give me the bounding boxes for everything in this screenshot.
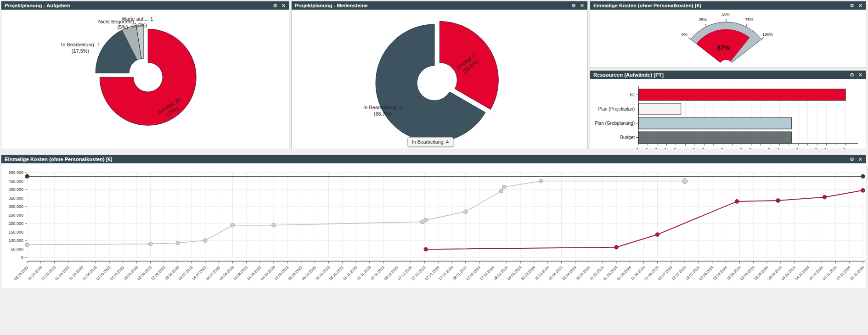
x-tick-label: 25.11.2024 xyxy=(849,265,865,281)
close-icon[interactable]: ✕ xyxy=(580,1,584,10)
data-point-marker[interactable] xyxy=(424,247,428,251)
gear-icon[interactable]: ⚙ xyxy=(850,155,854,163)
data-point-marker[interactable] xyxy=(25,174,29,179)
bar-category-label: Ist xyxy=(630,92,635,97)
data-point-marker[interactable] xyxy=(823,195,827,199)
bar-Budget[interactable] xyxy=(639,132,792,143)
panel-resources-header[interactable]: Ressourcen (Aufwände) [PT] ⚙ ✕ xyxy=(590,71,866,79)
x-tick-label: 60 xyxy=(662,147,668,149)
close-icon[interactable]: ✕ xyxy=(282,1,286,10)
gear-icon[interactable]: ⚙ xyxy=(273,1,277,10)
bar-Ist[interactable] xyxy=(639,89,846,100)
cost-gauge-chart: 0%25%50%75%100%87% xyxy=(590,10,866,67)
data-point-marker[interactable] xyxy=(25,243,29,247)
y-tick-label: 350.000 xyxy=(8,196,23,201)
data-point-marker[interactable] xyxy=(203,239,208,243)
panel-costs-body: 050.000100.000150.000200.000250.000300.0… xyxy=(1,163,866,288)
y-tick-label: 450.000 xyxy=(8,179,23,184)
x-tick-label: 20 xyxy=(643,147,649,149)
gauge-tick-label: 0% xyxy=(682,32,688,37)
data-point-marker[interactable] xyxy=(272,223,276,227)
data-point-marker[interactable] xyxy=(539,179,543,183)
y-tick-label: 500.000 xyxy=(8,170,23,175)
panel-gauge: Einmalige Kosten (ohne Personalkosten) [… xyxy=(590,1,866,68)
x-tick-label: 04.11.2024 xyxy=(822,265,838,281)
svg-text:In Bearbeitung: 4: In Bearbeitung: 4 xyxy=(363,105,402,110)
gear-icon[interactable]: ⚙ xyxy=(850,71,854,79)
dashboard-page: Projektplanung - Aufgaben ⚙ ✕ Nicht Bego… xyxy=(0,0,868,335)
panel-milestones-body: In Bearbeitung: 4(66,7%)Erledigt: 2(33,3… xyxy=(292,10,587,149)
y-tick-label: 200.000 xyxy=(8,221,23,226)
chart-tooltip: In Bearbeitung: 4 xyxy=(407,137,453,146)
x-tick-label: 05.11.2023 xyxy=(342,265,358,281)
svg-text:(5%): (5%) xyxy=(117,24,128,30)
close-icon[interactable]: ✕ xyxy=(858,155,862,163)
costs-line-chart: 050.000100.000150.000200.000250.000300.0… xyxy=(1,163,866,288)
panel-title: Projektplanung - Aufgaben xyxy=(5,3,269,8)
gauge-tick xyxy=(705,24,706,27)
gauge-value-label: 87% xyxy=(717,44,730,51)
x-tick-label: 01.04.2023 xyxy=(54,265,70,281)
y-tick-label: 50.000 xyxy=(11,247,23,251)
x-tick-label: 40 xyxy=(653,147,659,149)
data-point-marker[interactable] xyxy=(502,185,506,189)
x-tick-label: 16.11.2023 xyxy=(356,265,372,281)
x-tick-label: 180 xyxy=(717,147,725,149)
bar-Plan (Grobplanung)[interactable] xyxy=(639,117,792,129)
x-tick-label: 380 xyxy=(811,147,818,149)
y-tick-label: 150.000 xyxy=(8,230,23,234)
data-point-marker[interactable] xyxy=(614,246,619,250)
data-point-marker[interactable] xyxy=(861,174,865,179)
x-tick-label: 400 xyxy=(820,147,828,149)
tasks-pie-chart: Nicht BegonnenWarte auf...: 1(5%)(2,5%)I… xyxy=(1,10,289,149)
gear-icon[interactable]: ⚙ xyxy=(850,1,854,10)
gauge-tick-label: 100% xyxy=(762,32,773,37)
data-point-marker[interactable] xyxy=(861,189,865,193)
pie-label: Warte auf...: 1 xyxy=(122,16,153,22)
data-point-marker[interactable] xyxy=(148,242,152,246)
data-point-marker[interactable] xyxy=(682,179,688,184)
bar-Plan (Projektplan)[interactable] xyxy=(639,103,681,115)
x-tick-label: 01.06.2024 xyxy=(616,265,632,281)
data-point-marker[interactable] xyxy=(463,210,468,214)
data-point-marker[interactable] xyxy=(176,241,180,245)
x-tick-label: 120 xyxy=(688,147,696,149)
data-point-marker[interactable] xyxy=(499,189,503,193)
close-icon[interactable]: ✕ xyxy=(858,1,862,10)
panel-tasks-body: Nicht BegonnenWarte auf...: 1(5%)(2,5%)I… xyxy=(1,10,289,149)
svg-text:In Bearbeitung: 7: In Bearbeitung: 7 xyxy=(61,42,100,47)
svg-text:(17,5%): (17,5%) xyxy=(72,48,90,54)
x-tick-label: 300 xyxy=(773,147,781,149)
data-point-marker[interactable] xyxy=(655,233,659,237)
resources-bar-chart: 0204060801201401802202402803003403804004… xyxy=(590,79,866,149)
x-tick-label: 140 xyxy=(698,147,706,149)
x-tick-label: 220 xyxy=(736,147,744,149)
panel-costs-header[interactable]: Einmalige Kosten (ohne Personalkosten) [… xyxy=(1,155,866,163)
data-point-marker[interactable] xyxy=(424,218,428,222)
gauge-tick-label: 50% xyxy=(722,12,730,17)
panel-tasks: Projektplanung - Aufgaben ⚙ ✕ Nicht Bego… xyxy=(1,1,289,149)
pie-label: (5%) xyxy=(117,24,128,30)
y-tick-label: 400.000 xyxy=(8,187,23,192)
gauge-tick xyxy=(746,24,747,27)
panel-milestones-header[interactable]: Projektplanung - Meilensteine ⚙ ✕ xyxy=(292,1,587,10)
panel-tasks-header[interactable]: Projektplanung - Aufgaben ⚙ ✕ xyxy=(1,1,289,10)
gear-icon[interactable]: ⚙ xyxy=(571,1,576,10)
svg-text:(2,5%): (2,5%) xyxy=(132,22,147,28)
data-point-marker[interactable] xyxy=(735,200,739,204)
x-tick-label: 0 xyxy=(635,147,640,149)
y-tick-label: 300.000 xyxy=(8,204,23,209)
data-point-marker[interactable] xyxy=(231,223,235,227)
x-tick-label: 30.04.2024 xyxy=(575,265,591,281)
panel-title: Ressourcen (Aufwände) [PT] xyxy=(593,72,845,78)
x-tick-label: 240 xyxy=(745,147,753,149)
panel-title: Einmalige Kosten (ohne Personalkosten) [… xyxy=(5,156,845,162)
x-tick-label: 24.10.2024 xyxy=(808,265,824,281)
pie-label: (2,5%) xyxy=(132,22,147,28)
svg-text:Warte auf...: 1: Warte auf...: 1 xyxy=(122,16,153,22)
panel-resources: Ressourcen (Aufwände) [PT] ⚙ ✕ 020406080… xyxy=(590,70,866,149)
data-point-marker[interactable] xyxy=(776,199,780,203)
close-icon[interactable]: ✕ xyxy=(858,71,862,79)
panel-gauge-header[interactable]: Einmalige Kosten (ohne Personalkosten) [… xyxy=(590,1,866,10)
bar-category-label: Plan (Grobplanung) xyxy=(595,121,635,126)
